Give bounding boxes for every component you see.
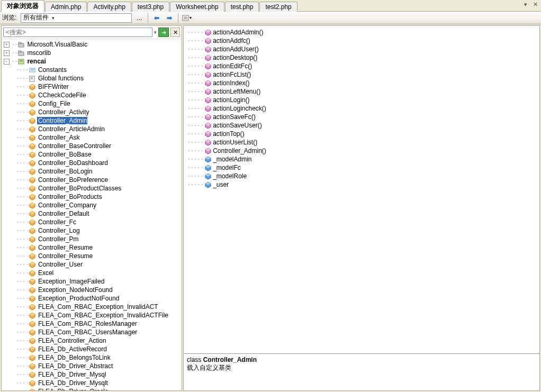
tree-item[interactable]: ····Controller_BoProductClasses xyxy=(2,184,182,193)
tree-item[interactable]: ····Controller_Ask xyxy=(2,133,182,142)
tab-5[interactable]: test.php xyxy=(225,2,259,12)
member-item[interactable]: ·····actionEditFc() xyxy=(184,62,539,70)
tree-item[interactable]: ····Config_File xyxy=(2,99,182,108)
member-item[interactable]: ·····actionSaveUser() xyxy=(184,121,539,130)
main-split: ▾ ➔ ✕ +··Microsoft.VisualBasic+··mscorli… xyxy=(0,24,541,392)
member-item[interactable]: ·····actionDesktop() xyxy=(184,53,539,62)
tree-root[interactable]: +··mscorlib xyxy=(2,49,182,57)
tree-item[interactable]: ····Controller_BoBase xyxy=(2,150,182,159)
tree-label: Controller_Pm xyxy=(37,235,79,243)
browse-options-button[interactable]: ... xyxy=(134,13,145,23)
tree-item[interactable]: ····Global functions xyxy=(2,74,182,83)
toggle-icon[interactable]: + xyxy=(4,50,10,56)
tree-item[interactable]: ····FLEA_Com_RBAC_Exception_InvalidACTFi… xyxy=(2,311,182,320)
tree-item[interactable]: ····Exception_ImageFailed xyxy=(2,277,182,286)
toggle-icon[interactable]: + xyxy=(4,42,10,48)
member-item[interactable]: ·····_modelAdmin xyxy=(184,155,539,163)
tree-item[interactable]: ····Controller_Pm xyxy=(2,235,182,243)
window-dropdown-icon[interactable]: ▾ xyxy=(522,1,529,8)
cls-icon xyxy=(29,134,36,141)
tree-item[interactable]: ····FLEA_Com_RBAC_RolesManager xyxy=(2,320,182,328)
tree-item[interactable]: ····Controller_BaseController xyxy=(2,142,182,150)
tree-item[interactable]: ····CCheckCodeFile xyxy=(2,91,182,99)
tree-item[interactable]: ····Controller_BoLogin xyxy=(2,167,182,176)
tree-item[interactable]: ····BIFFWriter xyxy=(2,83,182,91)
tree-root[interactable]: +··Microsoft.VisualBasic xyxy=(2,40,182,49)
tab-3[interactable]: test3.php xyxy=(132,2,169,12)
tree-item[interactable]: ····Controller_Admin xyxy=(2,116,182,125)
tree-item[interactable]: ····FLEA_Db_Driver_Abstract xyxy=(2,362,182,370)
tree-item[interactable]: ····Controller_ArticleAdmin xyxy=(2,125,182,133)
search-dropdown-icon[interactable]: ▾ xyxy=(154,30,157,35)
tree-item[interactable]: ····Controller_BoDashboard xyxy=(2,159,182,167)
member-item[interactable]: ·····_modelFc xyxy=(184,163,539,172)
member-label: _user xyxy=(213,181,229,188)
tree-item[interactable]: ····Controller_User xyxy=(2,260,182,269)
settings-button[interactable]: ▾ xyxy=(182,13,192,23)
member-item[interactable]: ·····_modelRole xyxy=(184,172,539,180)
member-item[interactable]: ·····actionSaveFc() xyxy=(184,113,539,121)
tree-item[interactable]: ····Controller_Fc xyxy=(2,218,182,226)
member-item[interactable]: ·····actionTop() xyxy=(184,130,539,138)
cls-icon xyxy=(29,269,36,277)
ns-icon xyxy=(17,49,25,57)
tree-item[interactable]: ····Controller_Resume xyxy=(2,243,182,252)
tree-item[interactable]: ····Controller_Log xyxy=(2,226,182,235)
search-input[interactable] xyxy=(3,28,152,37)
tree-item[interactable]: ····FLEA_Com_RBAC_UsersManager xyxy=(2,328,182,336)
member-item[interactable]: ·····_user xyxy=(184,180,539,189)
close-icon[interactable]: ✕ xyxy=(531,1,539,8)
tree-label: Exception_NodeNotFound xyxy=(37,286,113,294)
member-item[interactable]: ·····actionAddfc() xyxy=(184,37,539,45)
nav-back-button[interactable]: ⬅ xyxy=(151,13,162,23)
scope-combo[interactable]: 所有组件 ▾ xyxy=(21,13,132,23)
tree-label: FLEA_Db_Driver_Mysqlt xyxy=(37,379,108,387)
cls-icon xyxy=(29,252,36,260)
tree-label: Controller_Admin xyxy=(37,117,87,124)
tree-item[interactable]: ····Constants xyxy=(2,66,182,74)
tree-item[interactable]: ····FLEA_Com_RBAC_Exception_InvalidACT xyxy=(2,303,182,311)
class-tree[interactable]: +··Microsoft.VisualBasic+··mscorlib-··re… xyxy=(2,39,182,390)
member-item[interactable]: ·····actionLeftMenu() xyxy=(184,87,539,96)
tree-item[interactable]: ····FLEA_Controller_Action xyxy=(2,336,182,345)
search-clear-button[interactable]: ✕ xyxy=(170,28,180,37)
tree-item[interactable]: ····FLEA_Db_BelongsToLink xyxy=(2,353,182,362)
tab-0[interactable]: 对象浏览器 xyxy=(1,0,44,12)
tree-root[interactable]: -··rencai xyxy=(2,57,182,66)
meth-icon xyxy=(204,147,212,154)
member-item[interactable]: ·····actionFcList() xyxy=(184,70,539,79)
member-item[interactable]: ·····actionAddUser() xyxy=(184,45,539,53)
member-item[interactable]: ·····actionUserList() xyxy=(184,138,539,147)
tab-6[interactable]: test2.php xyxy=(259,2,297,12)
tree-item[interactable]: ····Excel xyxy=(2,269,182,277)
tree-item[interactable]: ····Exception_ProductNotFound xyxy=(2,294,182,303)
toggle-icon[interactable]: - xyxy=(4,59,10,65)
member-item[interactable]: ·····actionLogin() xyxy=(184,96,539,104)
member-item[interactable]: ·····Controller_Admin() xyxy=(184,147,539,155)
tree-item[interactable]: ····Controller_Default xyxy=(2,209,182,218)
tree-label: Config_File xyxy=(37,100,70,107)
tree-item[interactable]: ····Controller_BoProducts xyxy=(2,193,182,201)
tree-item[interactable]: ····Controller_Activity xyxy=(2,108,182,116)
tab-4[interactable]: Worksheet.php xyxy=(170,2,224,12)
member-item[interactable]: ·····actionIndex() xyxy=(184,79,539,87)
member-item[interactable]: ·····actionAddAdmin() xyxy=(184,28,539,37)
tree-item[interactable]: ····FLEA_Db_Driver_Oracle xyxy=(2,387,182,390)
left-panel: ▾ ➔ ✕ +··Microsoft.VisualBasic+··mscorli… xyxy=(1,25,182,391)
tree-item[interactable]: ····FLEA_Db_Driver_Mysqlt xyxy=(2,379,182,387)
tree-item[interactable]: ····FLEA_Db_ActiveRecord xyxy=(2,345,182,353)
tab-1[interactable]: Admin.php xyxy=(45,2,87,12)
tree-item[interactable]: ····FLEA_Db_Driver_Mysql xyxy=(2,370,182,379)
tree-label: FLEA_Com_RBAC_Exception_InvalidACT xyxy=(37,303,158,311)
tree-item[interactable]: ····Exception_NodeNotFound xyxy=(2,286,182,294)
member-label: actionAddUser() xyxy=(213,45,259,53)
member-list[interactable]: ·····actionAddAdmin()·····actionAddfc()·… xyxy=(184,26,539,353)
tree-item[interactable]: ····Controller_Company xyxy=(2,201,182,209)
member-item[interactable]: ·····actionLogincheck() xyxy=(184,104,539,113)
tab-2[interactable]: Activity.php xyxy=(87,2,131,12)
search-go-button[interactable]: ➔ xyxy=(158,28,169,37)
nav-forward-button[interactable]: ➡ xyxy=(164,13,175,23)
tree-item[interactable]: ····Controller_BoPreference xyxy=(2,176,182,184)
tree-label: Exception_ImageFailed xyxy=(37,278,104,285)
tree-item[interactable]: ····Controller_Resume xyxy=(2,252,182,260)
